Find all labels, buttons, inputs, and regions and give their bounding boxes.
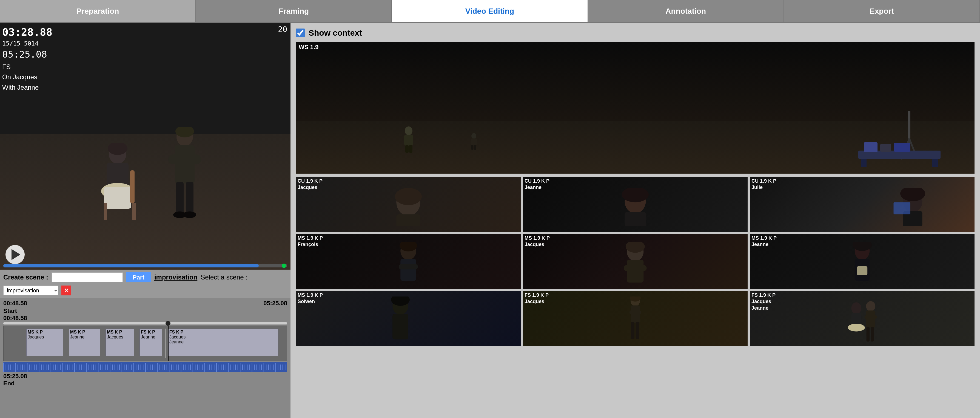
svg-rect-81	[155, 365, 155, 370]
svg-rect-20	[10, 365, 11, 370]
svg-rect-64	[115, 365, 115, 370]
show-context-label[interactable]: Show context	[309, 28, 362, 38]
track-clip[interactable]: MS K P Jeanne	[69, 329, 100, 356]
svg-rect-70	[129, 365, 129, 370]
scene-select-dropdown[interactable]: improvisation	[3, 286, 58, 295]
svg-rect-50	[81, 365, 82, 370]
svg-rect-112	[228, 363, 229, 372]
svg-rect-167	[400, 259, 416, 281]
tab-annotation[interactable]: Annotation	[588, 0, 784, 22]
svg-rect-192	[867, 327, 870, 342]
tab-video-editing[interactable]: Video Editing	[392, 0, 588, 22]
scene-name-input[interactable]	[51, 272, 123, 282]
track-clip[interactable]: MS K P Jacques	[26, 329, 63, 356]
show-context-checkbox[interactable]	[296, 29, 305, 37]
svg-rect-57	[98, 363, 99, 372]
svg-rect-83	[159, 365, 160, 370]
svg-rect-129	[268, 365, 269, 370]
progress-bar[interactable]	[3, 264, 287, 267]
svg-rect-93	[183, 365, 184, 370]
video-info-overlay: 03:28.88 15/15 5014 05:25.08 FS On Jacqu…	[2, 25, 52, 92]
context-thumb-1[interactable]: CU 1.9 K PJacques	[296, 177, 521, 232]
context-main-video: WS 1.9	[296, 42, 975, 174]
context-thumb-7[interactable]: MS 1.9 K PSolwen	[296, 291, 521, 346]
svg-rect-132	[275, 363, 276, 372]
track-clip[interactable]: FS K P Jeanne	[140, 329, 162, 356]
svg-rect-26	[25, 365, 25, 370]
timeline-start-label: Start 00:48.58	[3, 308, 287, 322]
svg-rect-125	[259, 365, 259, 370]
context-thumb-5[interactable]: MS 1.9 K PJacques	[523, 234, 748, 289]
context-thumb-3[interactable]: CU 1.9 K PJulie	[750, 177, 975, 232]
tab-preparation[interactable]: Preparation	[0, 0, 196, 22]
svg-rect-6	[132, 203, 136, 220]
svg-rect-17	[3, 363, 4, 372]
timeline-track[interactable]: MS K P Jacques MS K P Jeanne MS K P Jacq…	[3, 325, 287, 361]
svg-rect-126	[261, 365, 262, 370]
svg-rect-153	[880, 144, 891, 152]
svg-rect-47	[74, 363, 75, 372]
svg-rect-154	[894, 143, 910, 152]
svg-rect-128	[266, 365, 266, 370]
svg-rect-105	[212, 365, 212, 370]
context-thumb-4[interactable]: MS 1.9 K PFrançois	[296, 234, 521, 289]
timeline-start-time: 00:48.58	[3, 300, 27, 307]
svg-rect-54	[91, 365, 91, 370]
svg-rect-37	[51, 363, 51, 372]
svg-rect-143	[471, 145, 474, 150]
play-button[interactable]	[5, 245, 25, 264]
svg-point-137	[405, 126, 412, 135]
tab-export[interactable]: Export	[784, 0, 980, 22]
timeline-tick-bar	[3, 362, 287, 372]
context-main-label: WS 1.9	[299, 44, 318, 51]
svg-rect-97	[192, 363, 193, 372]
context-panel: Show context	[291, 23, 980, 418]
svg-rect-136	[285, 365, 285, 370]
svg-rect-140	[409, 145, 412, 153]
svg-rect-89	[174, 365, 174, 370]
context-thumb-6[interactable]: MS 1.9 K PJeanne	[750, 234, 975, 289]
svg-rect-106	[214, 365, 214, 370]
context-thumb-8[interactable]: FS 1.9 K PJacques	[523, 291, 748, 346]
svg-rect-28	[29, 365, 30, 370]
svg-rect-88	[171, 365, 172, 370]
track-clip[interactable]: FS K P Jacques Jeanne	[168, 329, 278, 356]
thumb-label-7: MS 1.9 K PSolwen	[298, 292, 323, 305]
track-clip[interactable]: MS K P Jacques	[105, 329, 134, 356]
svg-rect-21	[13, 365, 13, 370]
context-thumb-9[interactable]: FS 1.9 K PJacquesJeanne	[750, 291, 975, 346]
svg-rect-71	[131, 365, 132, 370]
svg-rect-79	[150, 365, 150, 370]
svg-rect-190	[866, 311, 875, 327]
svg-rect-68	[124, 365, 124, 370]
svg-rect-25	[22, 365, 23, 370]
svg-rect-183	[630, 310, 641, 315]
clear-scene-button[interactable]: ✕	[61, 286, 71, 295]
video-player[interactable]: 03:28.88 15/15 5014 05:25.08 FS On Jacqu…	[0, 23, 291, 270]
svg-rect-56	[95, 365, 96, 370]
tab-framing[interactable]: Framing	[196, 0, 392, 22]
svg-rect-75	[141, 365, 141, 370]
svg-rect-116	[238, 365, 238, 370]
svg-rect-124	[256, 365, 257, 370]
svg-rect-102	[204, 363, 205, 372]
svg-rect-34	[44, 365, 44, 370]
svg-rect-121	[250, 365, 250, 370]
tick-marks	[3, 362, 287, 372]
part-button[interactable]: Part	[126, 272, 151, 282]
context-thumb-2[interactable]: CU 1.9 K PJeanne	[523, 177, 748, 232]
svg-rect-58	[100, 365, 101, 370]
svg-rect-123	[254, 365, 255, 370]
svg-rect-35	[46, 365, 46, 370]
svg-rect-91	[178, 365, 179, 370]
svg-rect-48	[77, 365, 77, 370]
svg-rect-157	[396, 214, 420, 226]
svg-rect-168	[399, 264, 418, 270]
svg-rect-31	[37, 365, 37, 370]
svg-rect-92	[181, 363, 181, 372]
clip-id: 5014	[24, 40, 39, 47]
svg-rect-131	[273, 365, 274, 370]
svg-rect-76	[143, 365, 143, 370]
svg-rect-164	[894, 203, 910, 214]
shot-type: FS	[2, 62, 52, 72]
